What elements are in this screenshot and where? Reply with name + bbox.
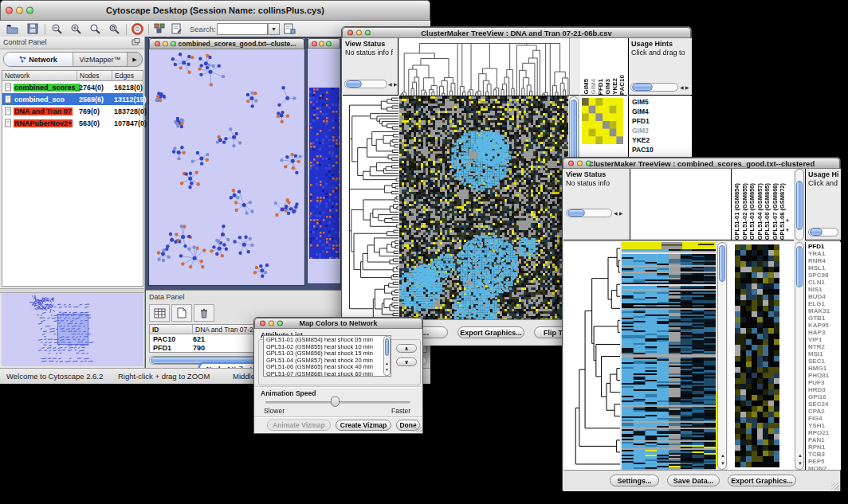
summary-matrix-canvas[interactable] — [582, 98, 623, 144]
scroll-right-icon[interactable]: ▶ — [685, 85, 689, 90]
scrollbar-thumb[interactable] — [567, 209, 585, 217]
treeview1-titlebar[interactable]: ClusterMaker TreeView : DNA and Tran 07-… — [342, 27, 691, 38]
export-graphics-button[interactable]: Export Graphics... — [457, 326, 524, 338]
scrollbar-thumb[interactable] — [719, 245, 725, 282]
gene-label[interactable]: CLN1 — [808, 279, 841, 286]
row-dendrogram-canvas[interactable] — [564, 242, 620, 470]
column-label[interactable]: GPL51-03 (GSM856) — [748, 183, 756, 240]
move-down-button[interactable]: ∨ — [396, 357, 417, 366]
attribute-list-vscrollbar[interactable]: ▲ ▼ — [383, 336, 391, 376]
zoom-out-icon[interactable] — [51, 23, 63, 35]
export-graphics-button[interactable]: Export Graphics... — [728, 475, 796, 486]
usage-hints-hscrollbar[interactable] — [630, 83, 678, 92]
zoom-heatmap-canvas[interactable] — [735, 244, 779, 467]
move-up-button[interactable]: ∧ — [396, 344, 417, 353]
column-label[interactable]: PFD1 — [597, 79, 604, 95]
zoom-button[interactable] — [365, 30, 371, 36]
scroll-up-icon[interactable]: ▲ — [720, 453, 725, 458]
gene-label[interactable]: PFD1 — [632, 116, 692, 126]
gene-label[interactable]: PAC10 — [632, 145, 692, 154]
zoom-button[interactable] — [26, 7, 33, 14]
gene-label[interactable]: TCB3 — [808, 451, 841, 458]
zoom-button[interactable] — [326, 41, 332, 46]
column-dendrogram-canvas[interactable] — [399, 38, 569, 96]
treeview2-titlebar[interactable]: ClusterMaker TreeView : combined_scores_… — [563, 158, 840, 169]
network-table-row[interactable]: DNA and Tran 07 769(0) 183728(0) — [2, 105, 143, 117]
scrollbar-thumb[interactable] — [632, 84, 653, 91]
attribute-list[interactable]: GPL51-01 (GSM854) heat shock 05 minGPL51… — [263, 335, 391, 377]
scroll-down-icon[interactable]: ▼ — [785, 228, 790, 232]
gene-label[interactable]: SEC24 — [808, 400, 841, 408]
scrollbar-thumb[interactable] — [796, 181, 803, 230]
column-label[interactable]: PAC10 — [618, 75, 626, 95]
gene-label[interactable]: MAK31 — [808, 307, 841, 315]
gene-label[interactable]: PAN1 — [808, 436, 841, 443]
gene-label[interactable]: PUF3 — [808, 379, 841, 386]
network-table-row[interactable]: RNAPuberNov2+ 563(0) 107847(0) — [2, 117, 143, 129]
gene-label[interactable]: YSH1 — [808, 422, 841, 429]
attribute-table-icon[interactable] — [149, 304, 170, 322]
zoom-selected-icon[interactable] — [108, 23, 120, 35]
network-data-icon[interactable] — [284, 23, 296, 34]
scroll-left-icon[interactable]: ◀ — [388, 82, 392, 87]
gene-label[interactable]: VIP1 — [808, 336, 841, 343]
zoom-in-icon[interactable] — [70, 23, 82, 35]
network-table-row[interactable]: combined_sco 2569(6) 13112(15) — [2, 93, 143, 105]
main-titlebar[interactable]: Cytoscape Desktop (Session Name: collins… — [0, 0, 430, 21]
gene-label[interactable]: PEP5 — [808, 458, 841, 465]
gene-label[interactable]: MSI1 — [808, 350, 841, 357]
column-label[interactable]: YKE2 — [611, 78, 618, 95]
search-input[interactable] — [217, 23, 268, 35]
network-overview-canvas[interactable] — [2, 293, 143, 366]
zoom-button[interactable] — [171, 41, 176, 47]
gene-label[interactable]: RPO21 — [808, 429, 841, 436]
gene-label[interactable]: GPI16 — [808, 393, 841, 400]
gene-label[interactable]: ELG1 — [808, 300, 841, 307]
gene-label[interactable]: RPN1 — [808, 443, 841, 451]
delete-attribute-icon[interactable] — [194, 304, 214, 322]
close-button[interactable] — [6, 7, 13, 14]
minimize-button[interactable] — [269, 321, 274, 326]
network-view-titlebar[interactable] — [308, 38, 340, 49]
heatmap-canvas[interactable] — [399, 96, 568, 319]
close-button[interactable] — [260, 321, 265, 326]
scroll-down-icon[interactable]: ▼ — [798, 461, 803, 466]
row-dendrogram-canvas[interactable] — [343, 96, 398, 319]
gene-label[interactable]: SPC98 — [808, 272, 841, 279]
view-status-hscrollbar[interactable] — [344, 80, 387, 88]
scroll-right-icon[interactable]: ▶ — [394, 82, 398, 87]
gene-label[interactable]: GIM5 — [632, 97, 692, 107]
plugin-squares-icon[interactable] — [154, 23, 165, 34]
gene-label[interactable]: BUD4 — [808, 293, 841, 300]
network-canvas[interactable] — [150, 49, 304, 284]
minimize-button[interactable] — [319, 41, 324, 46]
attribute-list-item[interactable]: GPL51-07 (GSM868) heat shock 60 min — [266, 371, 391, 377]
annotation-page-icon[interactable] — [171, 23, 182, 34]
animate-vizmap-button[interactable]: Animate Vizmap — [267, 420, 331, 431]
scrollbar-thumb[interactable] — [796, 246, 803, 287]
column-dendrogram-area[interactable] — [630, 169, 731, 240]
network-matrix-canvas[interactable] — [309, 88, 340, 259]
network-view-titlebar[interactable]: combined_scores_good.txt--cluste... — [149, 38, 304, 49]
close-button[interactable] — [155, 41, 160, 47]
gene-label[interactable]: YRA1 — [808, 250, 841, 257]
minimize-button[interactable] — [16, 7, 23, 14]
gene-label[interactable]: HRD3 — [808, 386, 841, 393]
scroll-up-icon[interactable]: ▲ — [798, 453, 803, 458]
gene-label[interactable]: KAP95 — [808, 322, 841, 329]
column-label[interactable]: GPL51-07 (GSM868) — [771, 183, 779, 240]
column-header-id[interactable]: ID — [150, 325, 193, 334]
save-icon[interactable] — [27, 23, 38, 34]
column-header-nodes[interactable]: Nodes — [77, 71, 112, 81]
close-button[interactable] — [347, 30, 353, 36]
scrollbar-thumb[interactable] — [385, 338, 389, 356]
float-panel-icon[interactable] — [132, 38, 140, 46]
column-label[interactable]: GIM4 — [590, 79, 597, 95]
labels-vscrollbar[interactable] — [795, 169, 804, 240]
new-attribute-icon[interactable] — [171, 304, 192, 322]
gene-label[interactable]: CPA2 — [808, 408, 841, 415]
column-label[interactable]: GPL51-01 (GSM854) — [733, 183, 741, 240]
gene-label[interactable]: YKE2 — [632, 135, 692, 145]
gene-label[interactable]: PHO81 — [808, 372, 841, 379]
gene-label[interactable]: PFD1 — [808, 243, 841, 250]
